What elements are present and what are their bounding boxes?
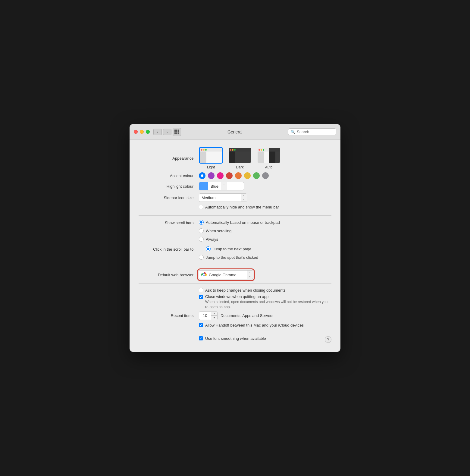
allow-handoff-checkbox[interactable] [199, 323, 203, 327]
stepper-up[interactable]: ▲ [211, 312, 217, 316]
click-spot-radio[interactable] [199, 255, 204, 260]
click-next-page-text: Jump to the next page [213, 247, 252, 251]
accent-purple[interactable] [208, 172, 215, 179]
browser-name: Google Chrome [209, 273, 247, 277]
recent-items-suffix: Documents, Apps and Servers [221, 313, 274, 318]
highlight-colour-label: Highlight colour: [139, 184, 199, 189]
menu-bar-row: Automatically hide and show the menu bar [139, 205, 331, 211]
default-browser-select[interactable]: Google Chrome ⌃⌄ [199, 270, 253, 279]
close-windows-row: Close windows when quitting an app When … [199, 294, 331, 310]
allow-handoff-row: Allow Handoff between this Mac and your … [199, 323, 331, 327]
sidebar-icon-size-value: Medium [199, 194, 241, 201]
sidebar-icon-size-row: Sidebar icon size: Medium ⌃⌄ [139, 193, 331, 202]
search-input[interactable] [297, 130, 334, 134]
search-icon: 🔍 [291, 130, 295, 134]
scroll-auto-radio[interactable] [199, 220, 204, 225]
appearance-thumb-dark [228, 147, 252, 164]
accent-colour-row: Accent colour: [139, 172, 331, 179]
recent-items-row: Recent items: 10 ▲ ▼ Documents, Apps and… [139, 312, 331, 320]
highlight-swatch [199, 182, 208, 190]
scroll-bars-options: Automatically based on mouse or trackpad… [199, 220, 280, 243]
traffic-lights [134, 130, 150, 134]
appearance-option-auto[interactable]: Auto [257, 147, 281, 169]
appearance-auto-label: Auto [265, 165, 273, 169]
allow-handoff-text: Allow Handoff between this Mac and your … [205, 323, 304, 327]
menu-bar-checkbox-row: Automatically hide and show the menu bar [199, 205, 279, 209]
click-spot-text: Jump to the spot that’s clicked [206, 255, 258, 260]
scroll-auto-text: Automatically based on mouse or trackpad [206, 220, 280, 225]
handoff-section: Allow Handoff between this Mac and your … [199, 323, 331, 327]
nav-buttons: ‹ › [153, 129, 171, 135]
appearance-label: Appearance: [139, 156, 199, 161]
forward-button[interactable]: › [163, 129, 171, 135]
appearance-row: Appearance: [139, 147, 331, 169]
search-box[interactable]: 🔍 [288, 128, 336, 135]
click-spot-row: Jump to the spot that’s clicked [199, 255, 258, 260]
menu-bar-text: Automatically hide and show the menu bar [205, 205, 279, 209]
accent-orange[interactable] [235, 172, 242, 179]
scroll-scrolling-row: When scrolling [199, 228, 231, 233]
appearance-light-label: Light [207, 165, 215, 169]
back-button[interactable]: ‹ [153, 129, 162, 135]
chrome-icon [201, 272, 207, 278]
highlight-value: Blue [208, 183, 221, 190]
divider-4 [139, 332, 331, 332]
scroll-bars-label: Show scroll bars: [139, 220, 199, 225]
highlight-colour-content: Blue ⌃⌄ [199, 182, 244, 190]
maximize-button[interactable] [146, 130, 150, 134]
scroll-always-radio[interactable] [199, 237, 204, 242]
sidebar-icon-size-content: Medium ⌃⌄ [199, 193, 247, 202]
recent-items-stepper[interactable]: 10 ▲ ▼ [199, 312, 218, 320]
sidebar-icon-size-arrow: ⌃⌄ [241, 194, 247, 202]
content-area: Appearance: [130, 140, 340, 352]
accent-yellow[interactable] [244, 172, 251, 179]
accent-red[interactable] [226, 172, 233, 179]
accent-pink[interactable] [217, 172, 224, 179]
appearance-thumb-auto [257, 147, 281, 164]
window-title: General [227, 130, 243, 134]
stepper-buttons: ▲ ▼ [211, 312, 217, 320]
font-smoothing-row: Use font smoothing when available [199, 336, 266, 341]
default-browser-content: Google Chrome ⌃⌄ [199, 270, 253, 279]
accent-graphite[interactable] [262, 172, 269, 179]
divider-1 [139, 215, 331, 216]
font-smoothing-checkbox[interactable] [199, 336, 203, 340]
accent-colour-options [199, 172, 269, 179]
accent-green[interactable] [253, 172, 260, 179]
accent-blue[interactable] [199, 172, 205, 179]
click-scroll-label: Click in the scroll bar to: [139, 246, 199, 252]
close-button[interactable] [134, 130, 138, 134]
ask-keep-changes-row: Ask to keep changes when closing documen… [199, 288, 331, 293]
sidebar-icon-size-label: Sidebar icon size: [139, 196, 199, 200]
scroll-always-text: Always [206, 237, 218, 242]
click-scroll-row: Click in the scroll bar to: Jump to the … [139, 246, 331, 261]
indented-section: Ask to keep changes when closing documen… [199, 288, 331, 310]
divider-2 [139, 266, 331, 266]
scroll-scrolling-radio[interactable] [199, 228, 204, 233]
ask-keep-changes-text: Ask to keep changes when closing documen… [205, 288, 286, 293]
sidebar-icon-size-select-wrapper[interactable]: Medium ⌃⌄ [199, 193, 247, 202]
stepper-down[interactable]: ▼ [211, 316, 217, 320]
scroll-auto-row: Automatically based on mouse or trackpad [199, 220, 280, 225]
close-windows-checkbox[interactable] [199, 295, 203, 299]
recent-items-content: 10 ▲ ▼ Documents, Apps and Servers [199, 312, 274, 320]
svg-point-5 [203, 274, 205, 276]
help-button[interactable]: ? [325, 336, 331, 343]
recent-items-value: 10 [199, 313, 211, 318]
system-preferences-window: ‹ › General 🔍 Appearance: [130, 124, 340, 352]
titlebar: ‹ › General 🔍 [130, 124, 340, 140]
click-next-page-radio[interactable] [206, 246, 211, 251]
highlight-colour-select-wrapper[interactable]: Blue ⌃⌄ [199, 182, 244, 190]
font-smoothing-section: Use font smoothing when available ? [139, 336, 331, 343]
scroll-bars-row: Show scroll bars: Automatically based on… [139, 220, 331, 243]
appearance-options: Light [199, 147, 281, 169]
font-smoothing-text: Use font smoothing when available [205, 336, 266, 341]
appearance-option-dark[interactable]: Dark [228, 147, 252, 169]
accent-colour-label: Accent colour: [139, 174, 199, 178]
default-browser-label: Default web browser: [139, 273, 199, 277]
ask-keep-changes-checkbox[interactable] [199, 288, 203, 292]
grid-button[interactable] [173, 128, 181, 136]
menu-bar-checkbox[interactable] [199, 205, 203, 209]
minimize-button[interactable] [140, 130, 144, 134]
appearance-option-light[interactable]: Light [199, 147, 223, 169]
